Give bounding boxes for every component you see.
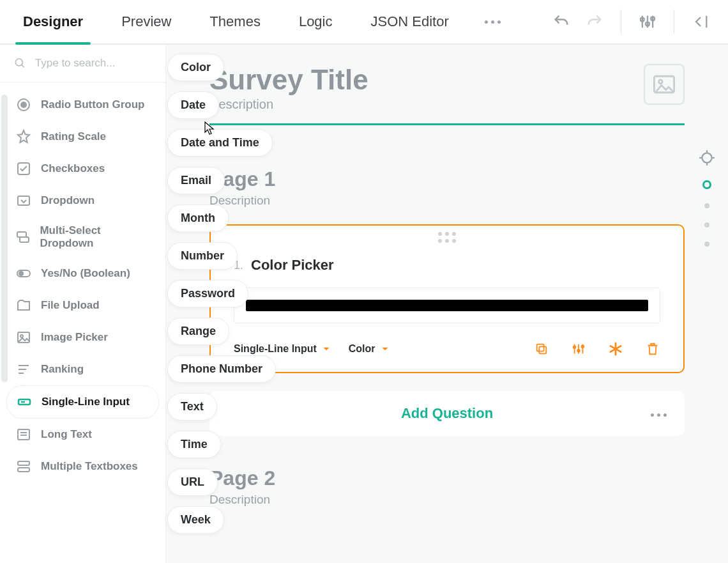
toolbox-item-file[interactable]: File Upload [6,289,159,321]
toolbox-item-longtext[interactable]: Long Text [6,419,159,451]
svg-point-18 [20,335,23,337]
main-area: Radio Button GroupRating ScaleCheckboxes… [0,45,728,563]
input-type-option[interactable]: Email [167,167,225,194]
nav-dot[interactable] [704,222,709,228]
tab-logic[interactable]: Logic [295,0,337,43]
question-card[interactable]: 1. Color Picker Single-Line Input [209,224,685,373]
add-question-more[interactable] [651,408,667,419]
tab-designer[interactable]: Designer [19,0,87,43]
settings-button[interactable] [634,8,661,35]
nav-dot[interactable] [704,242,709,247]
svg-rect-28 [18,468,29,472]
tab-more[interactable] [483,0,503,43]
tab-label: Themes [209,13,260,30]
input-type-option[interactable]: Password [167,280,248,307]
input-type-option[interactable]: Time [167,431,221,458]
collapse-button[interactable] [687,8,714,35]
toolbar-actions [548,0,728,43]
toolbox-item-label: Long Text [41,428,92,441]
redo-icon [586,13,603,31]
input-type-option[interactable]: URL [167,468,218,496]
tab-preview[interactable]: Preview [118,0,175,43]
undo-button[interactable] [548,8,575,35]
image-icon [653,75,675,94]
scrollbar[interactable] [1,95,8,382]
toolbox-item-label: Multiple Textboxes [41,460,138,473]
page-description[interactable]: Description [209,493,685,507]
toolbox-item-label: Radio Button Group [41,98,144,111]
toolbox-item-radio[interactable]: Radio Button Group [6,89,159,121]
input-type-option[interactable]: Week [167,506,224,534]
duplicate-icon [535,342,549,356]
svg-rect-14 [20,237,29,242]
tab-themes[interactable]: Themes [206,0,264,43]
text-icon [16,394,33,410]
svg-point-7 [15,59,22,66]
nav-dot-active[interactable] [702,180,711,189]
svg-line-8 [22,65,24,67]
survey-description[interactable]: Description [209,97,685,112]
input-type-menu: ColorDateDate and TimeEmailMonthNumberPa… [167,54,276,534]
toolbox-item-label: Checkboxes [41,162,105,175]
svg-rect-12 [18,196,29,205]
input-type-option[interactable]: Date [167,91,219,119]
input-type-option[interactable]: Phone Number [167,355,276,383]
nav-dot[interactable] [704,203,709,208]
toolbox-item-checkbox[interactable]: Checkboxes [6,153,159,185]
input-type-option[interactable]: Number [167,242,238,270]
toolbox-item-label: Rating Scale [41,130,106,143]
crosshair-icon [699,150,715,166]
add-question-button[interactable]: Add Question [209,391,685,436]
survey-logo[interactable] [644,64,685,105]
svg-point-30 [659,80,663,84]
separator [674,10,674,34]
chevron-down-icon [381,344,390,353]
page-2-header[interactable]: Page 2 Description [209,467,685,507]
question-subtype-select[interactable]: Color [349,343,390,355]
toolbox-item-ranking[interactable]: Ranking [6,353,159,385]
color-swatch [246,300,648,311]
page-title[interactable]: Page 2 [209,467,685,490]
toolbox-item-boolean[interactable]: Yes/No (Boolean) [6,258,159,289]
question-drag-handle[interactable] [211,226,683,243]
page-1-header[interactable]: Page 1 Description [209,167,685,208]
radio-icon [15,96,32,113]
input-type-option[interactable]: Text [167,393,217,420]
input-type-option[interactable]: Date and Time [167,129,273,157]
toolbox-item-text[interactable]: Single-Line Input [6,385,159,419]
multitext-icon [15,458,32,475]
tab-json[interactable]: JSON Editor [367,0,452,43]
page-description[interactable]: Description [209,194,685,208]
svg-rect-32 [537,344,544,351]
toolbox-item-multitext[interactable]: Multiple Textboxes [6,451,159,482]
tabs: Designer Preview Themes Logic JSON Edito… [0,0,503,43]
delete-button[interactable] [645,341,660,357]
toolbox-item-multiselect[interactable]: Multi-Select Dropdown [6,217,159,258]
search-input[interactable] [34,56,151,70]
toolbox-item-rating[interactable]: Rating Scale [6,121,159,153]
grip-icon [438,232,456,243]
page-title[interactable]: Page 1 [209,167,685,191]
toolbox-item-label: Image Picker [41,331,108,344]
toolbox-item-label: File Upload [41,299,100,312]
color-input[interactable] [234,288,660,323]
survey-header[interactable]: Survey Title Description [209,64,685,125]
svg-point-10 [21,102,26,107]
separator [621,10,621,34]
input-type-option[interactable]: Month [167,204,229,232]
duplicate-button[interactable] [534,341,549,357]
toolbox-item-dropdown[interactable]: Dropdown [6,185,159,217]
redo-button[interactable] [581,8,608,35]
settings-button[interactable] [571,341,586,357]
required-button[interactable] [608,341,623,357]
input-type-option[interactable]: Range [167,318,229,345]
trash-icon [646,342,660,356]
toolbox-list: Radio Button GroupRating ScaleCheckboxes… [0,82,165,563]
survey-title[interactable]: Survey Title [209,64,685,96]
input-type-option[interactable]: Color [167,54,224,81]
locate-button[interactable] [699,150,715,166]
toolbox-item-image[interactable]: Image Picker [6,321,159,353]
question-actions [534,341,660,357]
sliders-icon [572,342,586,356]
top-toolbar: Designer Preview Themes Logic JSON Edito… [0,0,728,45]
